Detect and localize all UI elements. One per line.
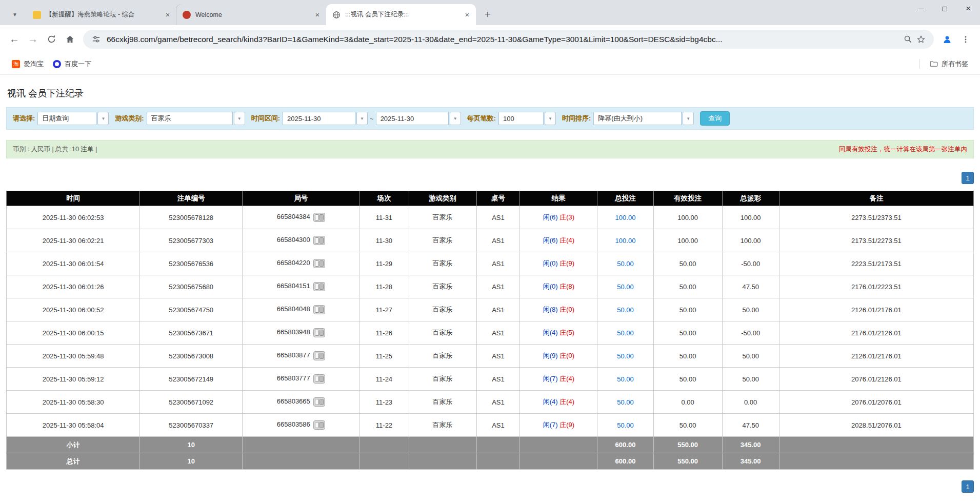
close-button[interactable]: × <box>956 0 980 17</box>
page-title: 视讯 会员下注纪录 <box>7 87 974 99</box>
round-number: 665803877 <box>277 351 310 359</box>
browser-tab[interactable]: Welcome× <box>176 4 326 25</box>
total-bet-link[interactable]: 100.00 <box>615 214 636 221</box>
chevron-down-icon[interactable]: ▼ <box>545 112 556 125</box>
folder-icon <box>930 60 938 68</box>
date-end-combobox[interactable]: 2025-11-30 ▼ <box>376 112 461 125</box>
total-bet-link[interactable]: 50.00 <box>617 260 634 268</box>
video-replay-icon[interactable] <box>313 420 325 430</box>
back-icon[interactable]: ← <box>5 30 24 49</box>
table-row: 2025-11-30 05:59:12523005672149665803777… <box>7 368 974 391</box>
footer-count: 10 <box>140 437 243 453</box>
video-replay-icon[interactable] <box>313 282 325 291</box>
cell-result: 闲(0) 庄(8) <box>520 275 597 298</box>
video-replay-icon[interactable] <box>313 351 325 360</box>
new-tab-button[interactable]: + <box>481 7 495 22</box>
cell-table-number: AS1 <box>476 252 520 275</box>
footer-table <box>476 453 520 470</box>
cell-note: 2176.01/2126.01 <box>779 321 973 345</box>
total-bet-link[interactable]: 50.00 <box>617 421 634 429</box>
table-row: 2025-11-30 06:02:21523005677303665804300… <box>7 229 974 252</box>
cell-result: 闲(0) 庄(9) <box>520 252 597 275</box>
cell-total-bet: 50.00 <box>597 298 653 321</box>
cell-game-type: 百家乐 <box>409 275 476 298</box>
tab-close-icon[interactable]: × <box>163 10 172 19</box>
page-number-button[interactable]: 1 <box>962 172 974 184</box>
search-button[interactable]: 查询 <box>700 111 730 126</box>
total-row: 总计10600.00550.00345.00 <box>7 453 974 470</box>
chevron-down-icon[interactable]: ▼ <box>356 112 368 125</box>
total-bet-link[interactable]: 50.00 <box>617 306 634 314</box>
chevron-down-icon[interactable]: ▼ <box>97 112 109 125</box>
browser-tab[interactable]: :::视讯 会员下注纪录:::× <box>326 4 476 25</box>
page-content: 视讯 会员下注纪录 请选择: 日期查询 ▼ 游戏类别: 百家乐 ▼ 时间区间: … <box>0 87 980 493</box>
cell-valid-bet: 50.00 <box>653 275 722 298</box>
video-replay-icon[interactable] <box>313 213 325 222</box>
chevron-down-icon[interactable]: ▼ <box>234 112 245 125</box>
total-bet-link[interactable]: 100.00 <box>615 237 636 245</box>
address-bar[interactable]: 66cxkj98.com/game/betrecord_search/kind3… <box>83 30 934 49</box>
video-replay-icon[interactable] <box>313 328 325 337</box>
video-replay-icon[interactable] <box>313 397 325 407</box>
maximize-button[interactable] <box>933 0 956 17</box>
sort-combobox[interactable]: 降幂(由大到小) ▼ <box>593 112 694 125</box>
bookmark-item[interactable]: 百度一下 <box>48 57 96 71</box>
column-header: 游戏类别 <box>409 191 476 206</box>
game-type-label: 游戏类别: <box>115 114 144 123</box>
video-replay-icon[interactable] <box>313 305 325 314</box>
all-bookmarks-button[interactable]: 所有书签 <box>925 57 973 71</box>
round-number: 665803665 <box>277 397 310 405</box>
round-number: 665803777 <box>277 374 310 382</box>
video-replay-icon[interactable] <box>313 236 325 245</box>
globe-favicon <box>332 11 341 19</box>
cell-total-bet: 100.00 <box>597 206 653 229</box>
cell-bet-number: 523005671092 <box>140 391 243 414</box>
cell-note: 2223.51/2173.51 <box>779 252 973 275</box>
minimize-button[interactable] <box>909 0 933 17</box>
url-text[interactable]: 66cxkj98.com/game/betrecord_search/kind3… <box>107 35 897 44</box>
cell-table-number: AS1 <box>476 275 520 298</box>
profile-icon[interactable] <box>938 30 956 49</box>
cell-payout: 47.50 <box>722 414 779 437</box>
cell-bet-number: 523005673008 <box>140 345 243 368</box>
round-number: 665804048 <box>277 305 310 313</box>
zoom-icon[interactable] <box>901 33 914 46</box>
cell-payout: 50.00 <box>722 298 779 321</box>
page-number-button[interactable]: 1 <box>962 480 974 493</box>
pagination-bottom: 1 <box>6 480 974 493</box>
sort-label: 时间排序: <box>562 114 591 123</box>
per-page-combobox[interactable]: 100 ▼ <box>498 112 556 125</box>
video-replay-icon[interactable] <box>313 259 325 268</box>
game-type-combobox[interactable]: 百家乐 ▼ <box>147 112 245 125</box>
tab-close-icon[interactable]: × <box>463 10 472 19</box>
forward-icon[interactable]: → <box>24 30 42 49</box>
footer-session <box>359 437 409 453</box>
total-bet-link[interactable]: 50.00 <box>617 329 634 337</box>
chevron-down-icon[interactable]: ▼ <box>683 112 694 125</box>
chevron-down-icon[interactable]: ▼ <box>450 112 461 125</box>
date-start-combobox[interactable]: 2025-11-30 ▼ <box>283 112 368 125</box>
query-type-combobox[interactable]: 日期查询 ▼ <box>37 112 109 125</box>
bookmarks-separator <box>919 59 920 69</box>
home-icon[interactable] <box>61 30 79 49</box>
video-replay-icon[interactable] <box>313 374 325 384</box>
result-player: 闲(4) <box>543 329 558 336</box>
result-banker: 庄(4) <box>559 398 574 406</box>
total-bet-link[interactable]: 50.00 <box>617 352 634 360</box>
cell-note: 2076.01/2126.01 <box>779 368 973 391</box>
site-settings-icon[interactable] <box>89 33 103 46</box>
tab-search-chevron-icon[interactable]: ▼ <box>8 8 22 21</box>
bookmarks-list: 淘爱淘宝百度一下 <box>7 57 96 71</box>
table-row: 2025-11-30 06:01:26523005675680665804151… <box>7 275 974 298</box>
total-bet-link[interactable]: 50.00 <box>617 398 634 406</box>
total-bet-link[interactable]: 50.00 <box>617 283 634 291</box>
reload-icon[interactable] <box>42 30 61 49</box>
bookmark-item[interactable]: 淘爱淘宝 <box>7 57 48 71</box>
total-bet-link[interactable]: 50.00 <box>617 375 634 383</box>
browser-tab[interactable]: 【新提醒】海燕策略论坛 - 综合× <box>27 4 176 25</box>
tab-close-icon[interactable]: × <box>313 10 322 19</box>
cell-time: 2025-11-30 05:59:12 <box>7 368 140 391</box>
bookmark-star-icon[interactable] <box>914 33 928 46</box>
menu-dots-icon[interactable] <box>956 30 975 49</box>
column-header: 桌号 <box>476 191 520 206</box>
